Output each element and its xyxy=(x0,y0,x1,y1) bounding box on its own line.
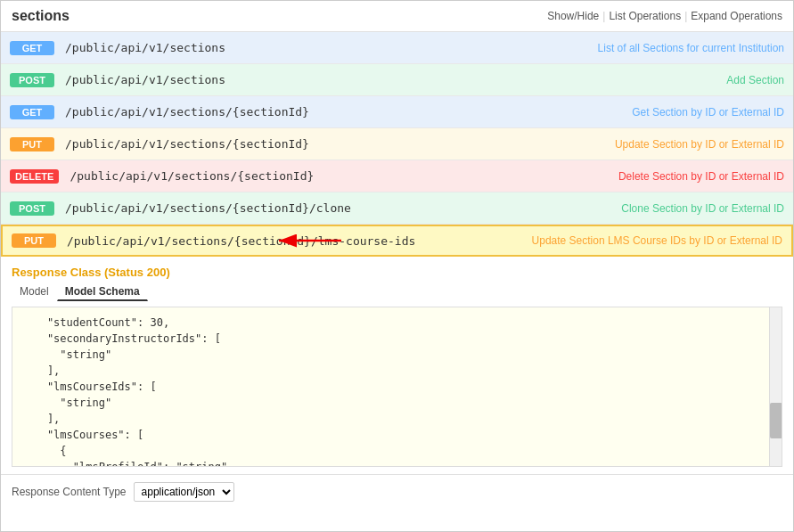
api-desc: Add Section xyxy=(726,74,784,86)
api-path: /public/api/v1/sections xyxy=(65,73,716,86)
scrollbar-thumb[interactable] xyxy=(770,403,782,438)
header-actions: Show/Hide | List Operations | Expand Ope… xyxy=(547,10,782,22)
scrollbar[interactable] xyxy=(769,307,782,466)
api-rows-container: GET /public/api/v1/sections List of all … xyxy=(1,32,793,257)
api-row[interactable]: POST /public/api/v1/sections Add Section xyxy=(1,64,793,96)
api-path: /public/api/v1/sections/{sectionId} xyxy=(70,169,608,183)
api-row[interactable]: GET /public/api/v1/sections List of all … xyxy=(1,32,793,64)
divider-2: | xyxy=(684,10,687,22)
api-row[interactable]: PUT /public/api/v1/sections/{sectionId} … xyxy=(1,128,793,160)
method-badge-get: GET xyxy=(10,105,54,119)
code-block-wrapper: "studentCount": 30, "secondaryInstructor… xyxy=(12,307,782,467)
expand-operations-link[interactable]: Expand Operations xyxy=(691,10,782,22)
code-block: "studentCount": 30, "secondaryInstructor… xyxy=(21,315,764,467)
method-badge-put: PUT xyxy=(12,233,56,248)
api-desc: List of all Sections for current Institu… xyxy=(598,42,784,54)
api-path: /public/api/v1/sections/{sectionId} xyxy=(65,105,621,119)
response-title: Response Class (Status 200) xyxy=(12,266,782,279)
response-content-label: Response Content Type xyxy=(12,486,127,498)
api-row[interactable]: GET /public/api/v1/sections/{sectionId} … xyxy=(1,96,793,128)
api-path: /public/api/v1/sections xyxy=(65,41,587,54)
api-path: /public/api/v1/sections/{sectionId}/lms-… xyxy=(67,234,521,248)
show-hide-link[interactable]: Show/Hide xyxy=(547,10,599,22)
api-row-highlighted[interactable]: PUT /public/api/v1/sections/{sectionId}/… xyxy=(1,225,793,257)
api-path: /public/api/v1/sections/{sectionId} xyxy=(65,137,604,151)
method-badge-get: GET xyxy=(10,41,54,55)
response-footer: Response Content Type application/json xyxy=(1,474,793,509)
api-row[interactable]: POST /public/api/v1/sections/{sectionId}… xyxy=(1,192,793,225)
method-badge-post: POST xyxy=(10,73,54,87)
tab-model[interactable]: Model xyxy=(12,282,57,301)
api-desc: Update Section by ID or External ID xyxy=(615,138,784,151)
api-desc: Update Section LMS Course IDs by ID or E… xyxy=(532,234,782,247)
method-badge-delete: DELETE xyxy=(10,169,59,184)
api-desc: Clone Section by ID or External ID xyxy=(621,202,784,215)
api-path: /public/api/v1/sections/{sectionId}/clon… xyxy=(65,201,610,215)
header: sections Show/Hide | List Operations | E… xyxy=(1,1,793,32)
method-badge-post: POST xyxy=(10,201,54,216)
list-operations-link[interactable]: List Operations xyxy=(609,10,681,22)
main-container: sections Show/Hide | List Operations | E… xyxy=(0,0,794,532)
api-row[interactable]: DELETE /public/api/v1/sections/{sectionI… xyxy=(1,160,793,192)
method-badge-put: PUT xyxy=(10,137,54,151)
section-title: sections xyxy=(12,8,547,24)
api-desc: Get Section by ID or External ID xyxy=(632,106,784,119)
api-desc: Delete Section by ID or External ID xyxy=(618,170,784,183)
model-tabs: Model Model Schema xyxy=(12,282,782,301)
divider-1: | xyxy=(602,10,605,22)
tab-model-schema[interactable]: Model Schema xyxy=(57,282,148,301)
response-content-type-select[interactable]: application/json xyxy=(134,482,234,502)
response-section: Response Class (Status 200) Model Model … xyxy=(1,257,793,471)
